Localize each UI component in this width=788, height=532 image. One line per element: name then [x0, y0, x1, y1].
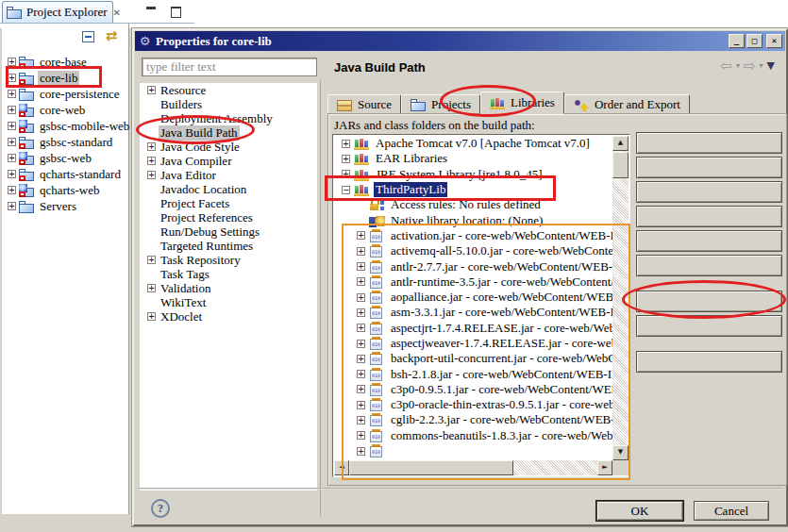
sidebar-item[interactable]: + Task Repository — [140, 253, 317, 267]
build-path-entry[interactable]: + antlr-2.7.7.jar - core-web/WebContent/… — [357, 258, 612, 274]
project-tree-item[interactable]: + gsbsc-web — [2, 150, 127, 166]
back-icon[interactable]: ⇦ — [720, 58, 732, 74]
expander-icon[interactable]: + — [357, 447, 365, 456]
expander-icon[interactable]: + — [8, 58, 16, 66]
expander-icon[interactable]: + — [8, 154, 16, 162]
expander-icon[interactable]: + — [8, 170, 16, 178]
tab[interactable]: Source — [327, 94, 401, 114]
link-with-editor-icon[interactable] — [102, 27, 121, 44]
expander-icon[interactable]: + — [8, 74, 16, 82]
sidebar-item[interactable]: + Java Compiler — [140, 154, 317, 168]
project-tree-item[interactable]: + qcharts-standard — [2, 166, 127, 182]
expander-icon[interactable]: + — [147, 284, 156, 292]
expander-icon[interactable]: − — [342, 186, 350, 194]
sidebar-item[interactable]: Project References — [140, 210, 317, 224]
action-button[interactable] — [636, 315, 782, 337]
forward-icon[interactable]: ⇨ — [744, 58, 756, 74]
sidebar-item[interactable]: + Java Code Style — [140, 140, 317, 154]
expander-icon[interactable]: + — [357, 370, 365, 378]
build-path-entry[interactable]: + backport-util-concurrent.jar - core-we… — [357, 351, 612, 366]
back-menu-caret-icon[interactable]: ▾ — [736, 58, 740, 74]
expander-icon[interactable]: + — [357, 416, 365, 424]
build-path-entry[interactable]: + Apache Tomcat v7.0 [Apache Tomcat v7.0… — [342, 136, 612, 151]
close-icon[interactable]: ✕ — [766, 34, 782, 48]
expander-icon[interactable]: + — [8, 202, 16, 210]
build-path-entry[interactable]: + activemq-all-5.10.0.jar - core-web/Web… — [357, 243, 612, 258]
project-tree-item[interactable]: + gsbsc-standard — [2, 134, 127, 150]
scroll-right-icon[interactable]: ► — [597, 460, 612, 475]
expander-icon[interactable]: + — [357, 324, 365, 332]
build-path-entry[interactable]: + asm-3.3.1.jar - core-web/WebContent/WE… — [357, 305, 612, 320]
action-button[interactable] — [636, 291, 782, 312]
sidebar-item[interactable]: Project Facets — [140, 196, 317, 210]
sidebar-item[interactable]: + Resource — [140, 83, 317, 97]
expander-icon[interactable]: + — [357, 293, 365, 302]
view-menu-icon[interactable]: ▼ — [767, 58, 775, 74]
expander-icon[interactable]: + — [342, 155, 350, 163]
expander-icon[interactable]: + — [8, 138, 16, 146]
build-path-entry[interactable]: + antlr-runtime-3.5.jar - core-web/WebCo… — [357, 274, 612, 290]
build-path-entry[interactable]: + — [357, 443, 612, 458]
forward-menu-caret-icon[interactable]: ▾ — [760, 58, 763, 74]
sidebar-item[interactable]: Targeted Runtimes — [140, 239, 317, 253]
help-button[interactable]: ? — [151, 499, 170, 518]
expander-icon[interactable]: + — [8, 106, 16, 114]
project-tree-item[interactable]: + core-lib — [2, 70, 127, 86]
sidebar-sash[interactable] — [320, 80, 322, 516]
expander-icon[interactable]: + — [357, 340, 365, 348]
tab[interactable]: Order and Export — [564, 94, 690, 114]
cancel-button[interactable]: Cancel — [694, 501, 769, 521]
project-explorer-tab[interactable]: Project Explorer ✕ — [2, 1, 113, 23]
project-tree-item[interactable]: + core-persistence — [2, 86, 127, 102]
expander-icon[interactable]: + — [357, 231, 365, 240]
expander-icon[interactable]: + — [357, 277, 365, 286]
scroll-up-icon[interactable]: ▲ — [612, 136, 629, 151]
expander-icon[interactable]: + — [8, 122, 16, 130]
maximize-view-icon[interactable] — [169, 6, 184, 19]
minimize-view-icon[interactable] — [144, 6, 159, 19]
horizontal-scroll-thumb[interactable] — [349, 460, 513, 475]
expander-icon[interactable]: + — [147, 312, 156, 321]
build-path-entry[interactable]: + commons-beanutils-1.8.3.jar - core-web… — [357, 428, 612, 443]
expander-icon[interactable]: + — [357, 308, 365, 317]
sidebar-item[interactable]: Run/Debug Settings — [140, 224, 317, 239]
expander-icon[interactable]: + — [147, 157, 156, 165]
maximize-icon[interactable]: □ — [746, 34, 763, 48]
expander-icon[interactable]: + — [357, 401, 365, 409]
expander-icon[interactable]: + — [8, 186, 16, 194]
build-path-entry[interactable]: + c3p0-0.9.5.1.jar - core-web/WebContent… — [357, 382, 612, 397]
build-path-entry[interactable]: + aopalliance.jar - core-web/WebContent/… — [357, 290, 612, 305]
build-path-entry[interactable]: + JRE System Library [jre1.8.0_45] — [342, 167, 612, 182]
expander-icon[interactable]: + — [357, 262, 365, 271]
sidebar-item[interactable]: WikiText — [140, 295, 317, 309]
expander-icon[interactable]: + — [147, 171, 156, 179]
action-button[interactable] — [636, 181, 782, 203]
action-button[interactable] — [636, 206, 782, 227]
build-path-entry[interactable]: + cglib-2.2.3.jar - core-web/WebContent/… — [357, 412, 612, 427]
expander-icon[interactable]: + — [357, 385, 365, 393]
action-button[interactable] — [636, 157, 782, 178]
project-tree-item[interactable]: + core-web — [2, 102, 127, 118]
expander-icon[interactable]: + — [357, 247, 365, 256]
build-path-entry[interactable]: + bsh-2.1.8.jar - core-web/WebContent/WE… — [357, 366, 612, 381]
scroll-left-icon[interactable]: ◄ — [334, 460, 349, 475]
sidebar-item[interactable]: Task Tags — [140, 267, 317, 281]
build-path-entry[interactable]: Native library location: (None) — [357, 212, 612, 227]
project-tree-item[interactable]: + qcharts-web — [2, 182, 127, 198]
dialog-titlebar[interactable]: Properties for core-lib _ □ ✕ — [135, 31, 785, 51]
build-path-entry[interactable]: + activation.jar - core-web/WebContent/W… — [357, 228, 612, 243]
project-tree-item[interactable]: + gsbsc-mobile-web — [2, 118, 127, 134]
vertical-scrollbar[interactable]: ▲ ▼ — [612, 136, 629, 460]
expander-icon[interactable]: + — [357, 355, 365, 363]
build-path-entry[interactable]: + aspectjrt-1.7.4.RELEASE.jar - core-web… — [357, 321, 612, 336]
action-button[interactable] — [636, 132, 782, 154]
ok-button[interactable]: OK — [596, 501, 683, 521]
collapse-all-icon[interactable] — [81, 29, 96, 43]
project-tree-item[interactable]: + core-base — [2, 54, 127, 70]
action-button[interactable] — [636, 255, 782, 276]
sidebar-item[interactable]: + Validation — [140, 281, 317, 295]
build-path-entry[interactable]: − ThirdPartyLib — [342, 182, 612, 197]
build-path-entry[interactable]: + EAR Libraries — [342, 151, 612, 166]
build-path-entry[interactable]: + c3p0-oracle-thin-extras-0.9.5.1.jar - … — [357, 397, 612, 412]
action-button[interactable] — [636, 230, 782, 252]
